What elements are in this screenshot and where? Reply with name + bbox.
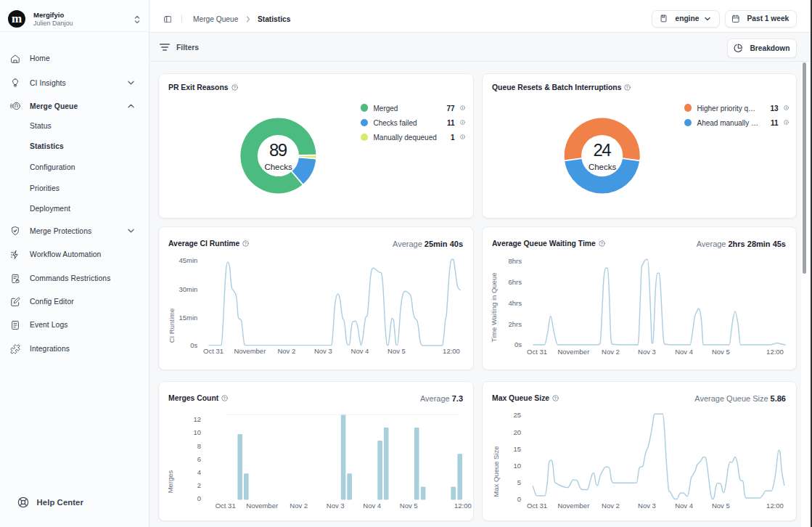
- svg-text:Checks: Checks: [264, 163, 292, 171]
- svg-text:89: 89: [269, 140, 287, 160]
- svg-text:Checks: Checks: [589, 163, 617, 171]
- svg-text:24: 24: [594, 140, 612, 160]
